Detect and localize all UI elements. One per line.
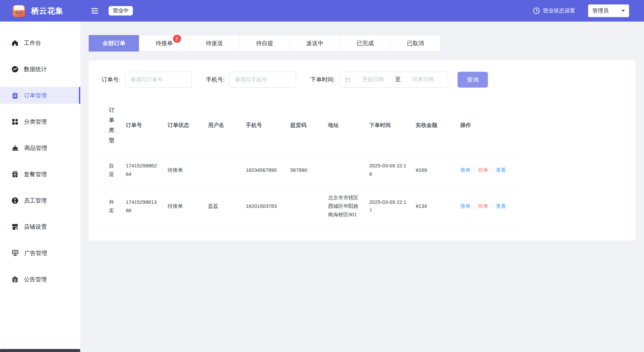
col-order-time: 下单时间 [369, 97, 416, 154]
order-time-label: 下单时间: [310, 76, 335, 84]
tab-label: 待派送 [206, 39, 223, 47]
start-date-placeholder[interactable]: 开始日期 [353, 76, 393, 83]
accept-order-link[interactable]: 接单 [460, 203, 470, 209]
order-no-input[interactable] [125, 72, 192, 88]
user-name: 管理员 [592, 7, 609, 14]
sidebar-item-label: 员工管理 [24, 197, 47, 204]
brand-area: 栖云花集 [0, 3, 80, 18]
sidebar-item-categories[interactable]: 分类管理 [0, 113, 80, 130]
table-row: 自提 1741529886264 待接单 18234567890 567890 … [99, 154, 519, 186]
brand-title: 栖云花集 [31, 6, 63, 16]
date-range-separator: 至 [395, 76, 401, 83]
cell-address [328, 154, 369, 186]
cell-pickup-code: 567890 [290, 154, 328, 186]
cell-user [208, 154, 246, 186]
combo-icon [11, 171, 19, 178]
shop-icon [11, 223, 19, 230]
tab-all-orders[interactable]: 全部订单 [89, 35, 139, 52]
clock-icon [533, 7, 540, 14]
business-status-setting-label: 营业状态设置 [543, 7, 575, 14]
cell-actions: 接单拒单查看 [460, 186, 519, 226]
cell-order-type: 自提 [99, 154, 126, 186]
date-range-picker[interactable]: 开始日期 至 结束日期 [340, 72, 448, 88]
reject-order-link[interactable]: 拒单 [478, 167, 488, 173]
search-button[interactable]: 查询 [458, 72, 488, 88]
order-no-label: 订单号: [101, 76, 120, 84]
cell-actions: 接单拒单查看 [460, 154, 519, 186]
sidebar-item-combos[interactable]: 套餐管理 [0, 166, 80, 183]
tab-label: 已完成 [357, 39, 374, 47]
order-icon [11, 92, 19, 99]
cell-user: 荔荔 [208, 186, 246, 226]
col-amount: 实收金额 [416, 97, 460, 154]
chevron-down-icon [621, 10, 625, 12]
sidebar-item-label: 套餐管理 [24, 170, 47, 178]
cell-order-status: 待接单 [168, 154, 208, 186]
view-order-link[interactable]: 查看 [496, 203, 506, 209]
cell-pickup-code [290, 186, 328, 226]
sidebar-item-label: 广告管理 [24, 249, 47, 257]
col-user: 用户名 [208, 97, 246, 154]
tab-completed[interactable]: 已完成 [340, 35, 390, 52]
phone-input[interactable] [229, 72, 296, 88]
business-status-badge: 营业中 [109, 6, 133, 15]
staff-icon [11, 197, 19, 204]
sidebar-item-statistics[interactable]: 数据统计 [0, 61, 80, 77]
cell-order-no: 1741529886264 [126, 154, 168, 186]
notice-icon [11, 276, 19, 283]
orders-card: 订单号: 手机号: 下单时间: 开始日期 [89, 60, 636, 241]
svg-text:AD: AD [13, 251, 17, 253]
sidebar: 工作台 数据统计 订单管理 [0, 22, 80, 352]
sidebar-item-label: 订单管理 [24, 92, 47, 99]
tab-cancelled[interactable]: 已取消 [390, 35, 441, 52]
pending-count-badge: 2 [173, 35, 181, 43]
sidebar-item-ads[interactable]: AD 广告管理 [0, 245, 80, 261]
order-status-tabs: 全部订单 待接单 2 待派送 待自提 派送中 已 [89, 35, 441, 52]
menu-fold-icon[interactable] [90, 6, 100, 16]
shop-logo-icon [11, 3, 26, 18]
tab-delivering[interactable]: 派送中 [290, 35, 340, 52]
calendar-icon [345, 77, 351, 83]
col-order-no: 订单号 [126, 97, 168, 154]
business-status-setting[interactable]: 营业状态设置 [533, 7, 575, 14]
cell-order-time: 2025-03-09 22:18 [369, 154, 416, 186]
sidebar-item-staff[interactable]: 员工管理 [0, 192, 80, 209]
cell-address: 北京市市辖区西城区华阳路南海校区001 [328, 186, 369, 226]
col-phone: 手机号 [246, 97, 290, 154]
sidebar-item-notices[interactable]: 公告管理 [0, 271, 80, 288]
cell-phone: 18234567890 [246, 154, 290, 186]
sidebar-item-orders[interactable]: 订单管理 [0, 87, 80, 104]
sidebar-item-workbench[interactable]: 工作台 [0, 34, 80, 51]
cell-order-status: 待接单 [168, 186, 208, 226]
phone-label: 手机号: [206, 76, 225, 84]
col-address: 地址 [328, 97, 369, 154]
sidebar-item-products[interactable]: 商品管理 [0, 139, 80, 156]
sidebar-bottom-bar [0, 349, 80, 352]
category-icon [11, 118, 19, 125]
tab-label: 待自提 [256, 39, 273, 47]
end-date-placeholder[interactable]: 结束日期 [403, 76, 443, 83]
cell-amount: ¥169 [416, 154, 460, 186]
cell-amount: ¥134 [416, 186, 460, 226]
sidebar-item-label: 店铺设置 [24, 223, 47, 231]
user-dropdown[interactable]: 管理员 [588, 4, 629, 17]
tab-pending-delivery[interactable]: 待派送 [189, 35, 240, 52]
tab-pending-accept[interactable]: 待接单 2 [139, 35, 189, 52]
sidebar-item-shop-settings[interactable]: 店铺设置 [0, 218, 80, 235]
chart-icon [11, 66, 19, 73]
tab-label: 全部订单 [103, 39, 125, 47]
accept-order-link[interactable]: 接单 [460, 167, 470, 173]
sidebar-item-label: 工作台 [24, 39, 41, 47]
tab-label: 已取消 [407, 39, 424, 47]
col-pickup-code: 提货码 [290, 97, 328, 154]
tab-pending-pickup[interactable]: 待自提 [239, 35, 290, 52]
sidebar-item-label: 分类管理 [24, 118, 47, 126]
tab-label: 待接单 [156, 40, 173, 46]
col-order-type: 订单类型 [99, 97, 126, 154]
sidebar-item-label: 商品管理 [24, 144, 47, 152]
col-order-status: 订单状态 [168, 97, 208, 154]
reject-order-link[interactable]: 拒单 [478, 203, 488, 209]
table-header-row: 订单类型 订单号 订单状态 用户名 手机号 提货码 地址 下单时间 实收金额 操… [99, 97, 519, 154]
view-order-link[interactable]: 查看 [496, 167, 506, 173]
dish-icon [11, 144, 19, 152]
